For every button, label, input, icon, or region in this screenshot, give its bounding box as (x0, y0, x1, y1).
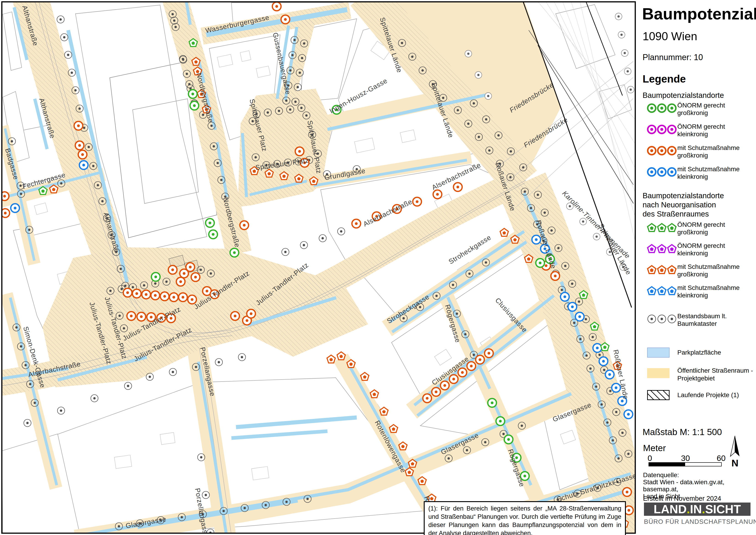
legend-symbol-circle (647, 124, 677, 135)
legend-swatch-park (647, 348, 670, 357)
legend-item-label: mit Schutzmaßnahme kleinkronig (677, 284, 740, 299)
legend-symbol-circle (647, 145, 677, 156)
company-logo-subtitle: BÜRO FÜR LANDSCHAFTSPLANUNG (644, 518, 750, 525)
legend-section2-title: Baumpotenzialstandorte nach Neuorganisat… (643, 191, 724, 218)
map-canvas: AlthanstraßeAlthanstraßeAlthanstraßeBadg… (0, 0, 637, 535)
legend-symbol-pentagon (647, 285, 677, 296)
scale-label: Maßstab M: 1:1 500 (643, 427, 722, 437)
legend-item: mit Schutzmaßnahme großkronig (642, 145, 756, 166)
legend-item-label: mit Schutzmaßnahme großkronig (677, 263, 740, 278)
legend-item-label: ÖNORM gerecht kleinkronig (677, 123, 725, 138)
legend-item: mit Schutzmaßnahme großkronig (642, 264, 756, 285)
legend-item-label: ÖNORM gerecht großkronig (677, 221, 725, 236)
logo-dot: . (687, 502, 690, 516)
legend-symbol-bestand (647, 314, 677, 324)
legend-item: ÖNORM gerecht kleinkronig (642, 243, 756, 264)
company-logo: LAND.IN.SICHT (644, 502, 750, 516)
legend-section1-title: Baumpotenzialstandorte (643, 91, 724, 100)
legend-symbol-circle (647, 103, 677, 113)
scale-tick-60: 60 (717, 454, 726, 463)
scale-tick-0: 0 (648, 454, 652, 463)
scale-bar (649, 462, 722, 466)
scale-tick-30: 30 (681, 454, 690, 463)
legend-symbol-pentagon (647, 243, 677, 254)
page-title: Baumpotenzial (642, 5, 756, 23)
legend-symbol-pentagon (647, 264, 677, 275)
map-area: AlthanstraßeAlthanstraßeAlthanstraßeBadg… (0, 0, 637, 535)
info-panel: Baumpotenzial 1090 Wien Plannummer: 10 L… (642, 0, 756, 535)
north-arrow-icon: N (729, 435, 742, 469)
plan-sheet: AlthanstraßeAlthanstraßeAlthanstraßeBadg… (0, 0, 756, 535)
legend-area-park: Parkplatzfläche (642, 348, 756, 361)
legend-area-hatch: Laufende Projekte (1) (642, 390, 756, 404)
legend-item: ÖNORM gerecht großkronig (642, 103, 756, 124)
scale-unit: Meter (643, 443, 666, 453)
legend-item: Bestandsbaum lt. Baumkataster (642, 314, 756, 334)
legend-item-label: mit Schutzmaßnahme kleinkronig (677, 165, 740, 181)
legend-area-label: Öffentlicher Straßenraum - Projektgebiet (677, 367, 753, 382)
legend-heading: Legende (643, 73, 686, 85)
legend-item: mit Schutzmaßnahme kleinkronig (642, 285, 756, 306)
legend-area-street: Öffentlicher Straßenraum - Projektgebiet (642, 368, 756, 382)
legend-item: ÖNORM gerecht kleinkronig (642, 124, 756, 145)
footnote-box: (1): Für den Bereich liegen seitens der … (424, 501, 626, 535)
legend-item-label: ÖNORM gerecht großkronig (677, 101, 725, 117)
legend-item-label: Bestandsbaum lt. Baumkataster (677, 312, 727, 327)
legend-item-label: mit Schutzmaßnahme großkronig (677, 144, 740, 159)
legend-swatch-street (647, 368, 670, 378)
page-subtitle: 1090 Wien (643, 30, 697, 43)
logo-dot: . (702, 502, 705, 516)
plan-number: Plannummer: 10 (643, 53, 703, 62)
svg-text:N: N (732, 458, 739, 468)
legend-area-label: Laufende Projekte (1) (677, 391, 739, 399)
legend-item: mit Schutzmaßnahme kleinkronig (642, 167, 756, 187)
legend-area-label: Parkplatzfläche (677, 349, 721, 356)
legend-item: ÖNORM gerecht großkronig (642, 222, 756, 243)
created-date: Erstellt im November 2024 (643, 495, 721, 502)
legend-symbol-pentagon (647, 222, 677, 233)
legend-symbol-circle (647, 167, 677, 177)
legend-item-label: ÖNORM gerecht kleinkronig (677, 242, 725, 257)
legend-swatch-hatch (647, 390, 670, 400)
